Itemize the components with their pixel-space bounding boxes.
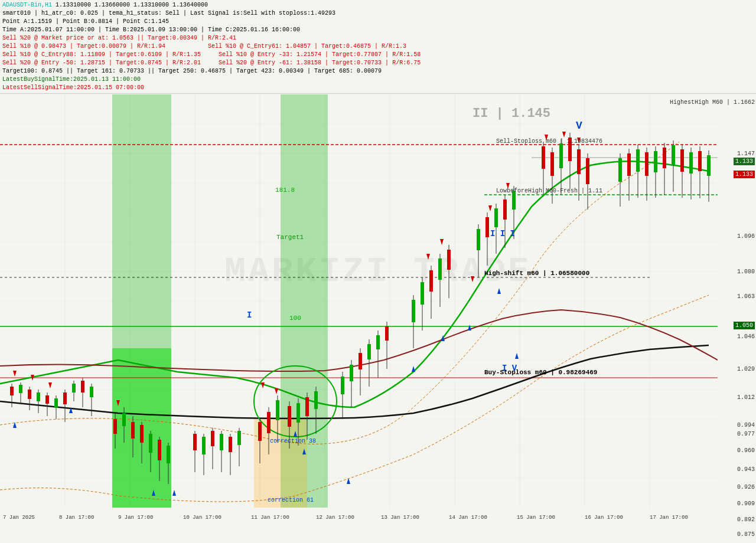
- svg-marker-154: [471, 276, 474, 282]
- svg-rect-145: [689, 152, 693, 174]
- chart-svg: V I I I I V I Target1 100 181.8 correcti…: [0, 94, 718, 508]
- price-info: 1.13310000 1.13660000 1.13310000 1.13640…: [56, 2, 208, 8]
- svg-rect-49: [131, 422, 135, 439]
- upper-channel-line: [0, 142, 679, 444]
- svg-rect-133: [636, 149, 640, 172]
- time-9jan: 9 Jan 17:00: [118, 515, 153, 521]
- price-0926: 0.926: [737, 484, 755, 490]
- correction-38-label: correction 38: [270, 438, 316, 444]
- svg-rect-71: [258, 422, 262, 441]
- svg-rect-51: [140, 425, 144, 443]
- svg-rect-75: [276, 400, 279, 420]
- label-ii-145: II | 1.145: [472, 106, 550, 121]
- svg-marker-162: [426, 254, 430, 260]
- svg-rect-83: [314, 391, 318, 409]
- svg-rect-89: [359, 353, 362, 369]
- green-ma-line: [0, 161, 709, 407]
- svg-rect-45: [113, 419, 117, 434]
- svg-marker-152: [48, 382, 52, 388]
- svg-rect-149: [707, 155, 711, 176]
- svg-rect-43: [90, 387, 93, 397]
- time-12jan: 12 Jan 17:00: [316, 515, 354, 521]
- svg-rect-103: [438, 259, 442, 280]
- svg-marker-173: [468, 325, 471, 331]
- svg-rect-25: [10, 387, 14, 395]
- target-text: Target100: 0.8745 || Target 161: 0.70733…: [2, 68, 382, 74]
- svg-rect-33: [45, 395, 49, 404]
- time-13jan: 13 Jan 17:00: [381, 515, 419, 521]
- indicator-text: smart010 | h1_atr_c0: 0.025 | tema_h1_st…: [2, 10, 335, 17]
- time-axis: 7 Jan 2025 8 Jan 17:00 9 Jan 17:00 10 Ja…: [0, 509, 718, 532]
- time-14jan: 14 Jan 17:00: [449, 515, 487, 521]
- time-text: Time A:2025.01.07 11:00:00 | Time B:2025…: [2, 27, 300, 33]
- svg-rect-35: [54, 398, 58, 408]
- price-1050: 1.050: [734, 322, 755, 329]
- svg-rect-81: [305, 397, 309, 416]
- price-1046: 1.046: [737, 333, 755, 340]
- svg-rect-147: [698, 151, 702, 171]
- price-1029: 1.029: [737, 366, 755, 372]
- price-1012: 1.012: [737, 394, 755, 401]
- time-11jan: 11 Jan 17:00: [251, 515, 289, 521]
- svg-rect-119: [550, 152, 554, 176]
- time-8jan: 8 Jan 17:00: [59, 515, 94, 521]
- svg-rect-127: [586, 158, 589, 184]
- price-1133-2: 1.133: [734, 171, 755, 178]
- time-16jan: 16 Jan 17:00: [585, 515, 623, 521]
- sell-line-3: Sell %10 @ C_Entry88: 1.11809 | Target:0…: [2, 51, 754, 59]
- svg-rect-107: [477, 229, 480, 250]
- svg-marker-175: [515, 353, 519, 359]
- svg-rect-93: [376, 335, 380, 349]
- svg-rect-67: [229, 437, 232, 452]
- svg-rect-73: [267, 412, 271, 433]
- svg-rect-87: [350, 365, 353, 381]
- sell-line-1: Sell %20 @ Market price or at: 1.0563 ||…: [2, 34, 754, 42]
- svg-rect-97: [412, 300, 415, 322]
- svg-rect-31: [37, 392, 40, 401]
- price-0892: 0.892: [737, 516, 755, 523]
- svg-marker-160: [261, 382, 265, 388]
- top-info-bar: ADAUSDT-Bin,H1 1.13310000 1.13660000 1.1…: [0, 0, 756, 94]
- sell-text-2: Sell %10 @ 0.98473 | Target:0.00079 | R/…: [2, 43, 165, 50]
- time-line: Time A:2025.01.07 11:00:00 | Time B:2025…: [2, 26, 754, 34]
- point-text: Point A:1.1519 | Point B:0.8814 | Point …: [2, 18, 169, 25]
- svg-marker-174: [497, 288, 501, 294]
- svg-rect-135: [645, 152, 649, 176]
- svg-rect-105: [447, 250, 451, 270]
- svg-rect-113: [503, 199, 507, 220]
- wave-i-label: I: [247, 310, 252, 320]
- svg-marker-167: [172, 490, 176, 496]
- buy-stoploss-text: Buy-Stoploss m60 | 0.98269469: [484, 369, 597, 376]
- svg-rect-65: [220, 434, 223, 450]
- svg-rect-69: [237, 431, 241, 445]
- svg-rect-125: [577, 149, 581, 174]
- price-0960: 0.960: [737, 447, 755, 454]
- orange-zone-correction: [254, 419, 307, 508]
- low-before-high-text: LowbeforeHigh M60-Fresh | 1.11: [496, 188, 602, 194]
- level-1818-label: 181.8: [275, 187, 295, 194]
- time-7jan: 7 Jan 2025: [3, 515, 35, 521]
- svg-rect-111: [494, 208, 498, 227]
- price-1096: 1.096: [737, 233, 755, 240]
- price-1063: 1.063: [737, 293, 755, 300]
- sell-text-4: Sell %10 @ C_Entry88: 1.11809 | Target:0…: [2, 51, 201, 58]
- svg-rect-39: [72, 384, 76, 392]
- svg-rect-131: [627, 153, 631, 176]
- svg-rect-53: [149, 434, 152, 453]
- svg-rect-37: [63, 392, 67, 404]
- time-10jan: 10 Jan 17:00: [183, 515, 221, 521]
- svg-rect-55: [158, 440, 161, 460]
- sell-text-1: Sell %20 @ Market price or at: 1.0563 ||…: [2, 35, 236, 41]
- svg-rect-57: [167, 446, 170, 463]
- level-100-label: 100: [289, 315, 301, 322]
- svg-marker-150: [13, 371, 17, 377]
- svg-rect-61: [202, 437, 206, 454]
- svg-rect-41: [81, 381, 84, 392]
- price-1133-box: 1.133: [734, 158, 755, 165]
- svg-rect-101: [429, 270, 433, 292]
- point-line: Point A:1.1519 | Point B:0.8814 | Point …: [2, 18, 754, 26]
- wave-v-label: V: [576, 120, 582, 132]
- target1-label: Target1: [276, 234, 304, 241]
- symbol-line: ADAUSDT-Bin,H1 1.13310000 1.13660000 1.1…: [2, 1, 754, 9]
- svg-rect-129: [618, 158, 622, 182]
